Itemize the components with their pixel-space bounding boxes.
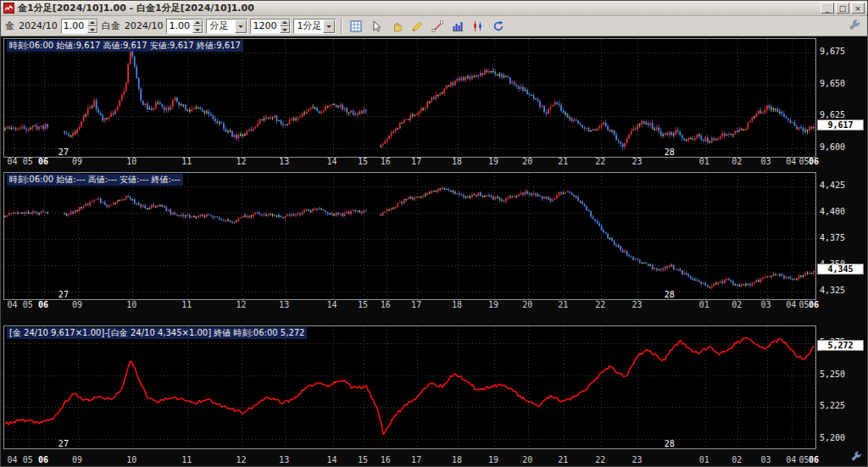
spread-canvas — [4, 326, 815, 448]
settings-button[interactable] — [846, 17, 864, 35]
minimize-button[interactable]: _ — [821, 3, 834, 14]
y-axis-label: 5,200 — [820, 433, 845, 442]
candle-chart-icon — [472, 20, 484, 32]
chevron-down-icon[interactable] — [235, 19, 247, 33]
refresh-icon — [492, 20, 504, 32]
spin-down-icon[interactable] — [192, 26, 203, 33]
x-axis-label: 13 — [279, 455, 289, 464]
gold-month: 2024/10 — [19, 20, 58, 31]
x-axis-label: 23 — [632, 300, 642, 309]
x-axis-label: 18 — [452, 455, 462, 464]
y-axis-label: 4,375 — [820, 233, 845, 242]
x-axis-label: 12 — [236, 300, 246, 309]
x-axis-label: 03 — [761, 157, 771, 166]
x-axis-label: 09 — [72, 455, 82, 464]
day-marker: 27 — [58, 439, 69, 448]
day-marker: 27 — [58, 290, 69, 299]
grid-icon — [350, 20, 362, 32]
x-axis-label: 21 — [558, 157, 568, 166]
select-tool-button[interactable] — [367, 17, 385, 35]
gold-multiplier-input[interactable] — [62, 20, 87, 32]
wrench-icon — [850, 451, 863, 464]
spread-plot[interactable]: [金 24/10 9,617×1.00]-[白金 24/10 4,345×1.0… — [3, 325, 816, 449]
x-axis-label: 17 — [411, 300, 421, 309]
x-axis-label: 04 — [8, 455, 18, 464]
period-type-select[interactable]: 分足 — [206, 19, 248, 34]
gold-1min-plot[interactable]: 時刻:06:00 始値:9,617 高値:9,617 安値:9,617 終値:9… — [3, 38, 816, 158]
close-button[interactable]: × — [851, 3, 865, 14]
x-axis-label: 06 — [809, 157, 819, 166]
spin-up-icon[interactable] — [87, 19, 97, 26]
x-axis-label: 01 — [699, 157, 709, 166]
toolbar-separator — [341, 19, 342, 34]
x-axis-label: 04 — [786, 157, 796, 166]
x-axis-label: 21 — [558, 300, 568, 309]
x-axis-label: 14 — [327, 300, 337, 309]
x-axis-label: 22 — [595, 157, 605, 166]
refresh-button[interactable] — [489, 17, 507, 35]
gold-multiplier-spinner[interactable] — [87, 19, 97, 33]
spin-up-icon[interactable] — [192, 19, 203, 26]
platinum-multiplier-input[interactable] — [167, 20, 192, 32]
toolbar: 金 2024/10 白金 2024/10 分足 1分足 — [1, 16, 867, 36]
chevron-down-icon[interactable] — [323, 19, 335, 33]
corner-settings-icon[interactable] — [850, 451, 864, 464]
chart-grid-button[interactable] — [347, 17, 364, 35]
x-axis-label: 15 — [358, 300, 368, 309]
trendline-icon — [431, 20, 443, 32]
platinum-1min-plot[interactable]: 時刻:06:00 始値:--- 高値:--- 安値:--- 終値:---2728 — [3, 172, 816, 300]
timeframe-value: 1分足 — [297, 19, 321, 32]
x-axis-label: 05 — [23, 455, 33, 464]
bar-chart-button[interactable] — [448, 17, 466, 35]
x-axis-label: 11 — [181, 455, 192, 464]
period-type-value: 分足 — [209, 19, 233, 32]
x-axis-label: 05 — [799, 455, 810, 464]
platinum-multiplier-spinbox[interactable] — [166, 19, 203, 34]
day-marker: 28 — [665, 147, 675, 157]
timeframe-select[interactable]: 1分足 — [293, 19, 336, 34]
pencil-icon — [411, 20, 423, 32]
gold-label: 金 — [5, 19, 14, 32]
x-axis-label: 03 — [761, 300, 771, 309]
restore-button[interactable]: □ — [836, 3, 849, 14]
bar-count-input[interactable] — [251, 20, 280, 32]
x-axis-label: 12 — [236, 157, 246, 166]
x-axis-label: 20 — [522, 455, 532, 464]
trendline-tool-button[interactable] — [428, 17, 446, 35]
chart-area[interactable]: 時刻:06:00 始値:9,617 高値:9,617 安値:9,617 終値:9… — [1, 36, 867, 467]
gold-multiplier-spinbox[interactable] — [61, 19, 98, 34]
x-axis-label: 05 — [799, 157, 810, 166]
x-axis-label: 05 — [799, 300, 810, 309]
bar-count-spinner[interactable] — [280, 19, 290, 33]
x-axis-label: 19 — [488, 300, 498, 309]
window-controls: _ □ × — [821, 3, 865, 14]
platinum-1min-info: 時刻:06:00 始値:--- 高値:--- 安値:--- 終値:--- — [7, 174, 183, 186]
x-axis-label: 19 — [488, 455, 498, 464]
pencil-tool-button[interactable] — [408, 17, 426, 35]
x-axis-label: 21 — [558, 455, 568, 464]
x-axis-label: 05 — [23, 157, 33, 166]
x-axis-label: 04 — [786, 300, 796, 309]
x-axis-label: 15 — [358, 455, 368, 464]
x-axis-label: 16 — [381, 455, 391, 464]
x-axis-label: 02 — [732, 455, 742, 464]
x-axis-label: 23 — [632, 455, 642, 464]
bar-chart-icon — [452, 20, 464, 32]
titlebar[interactable]: 金1分足[2024/10]1.00 - 白金1分足[2024/10]1.00 _… — [1, 1, 867, 16]
spread-last-price: 5,272 — [817, 340, 864, 351]
hand-tool-button[interactable] — [387, 17, 405, 35]
x-axis-label: 17 — [411, 455, 421, 464]
x-axis-label: 19 — [488, 157, 498, 166]
platinum-1min-last-price: 4,345 — [817, 264, 864, 275]
candle-chart-button[interactable] — [469, 17, 487, 35]
spin-down-icon[interactable] — [87, 26, 97, 33]
spin-down-icon[interactable] — [280, 26, 290, 33]
hand-icon — [391, 20, 403, 32]
bar-count-spinbox[interactable] — [250, 19, 291, 34]
platinum-multiplier-spinner[interactable] — [192, 19, 203, 33]
x-axis-label: 06 — [38, 300, 48, 309]
x-axis-label: 01 — [699, 300, 709, 309]
x-axis-label: 11 — [181, 300, 192, 309]
x-axis-label: 06 — [809, 455, 819, 464]
spin-up-icon[interactable] — [280, 19, 290, 26]
